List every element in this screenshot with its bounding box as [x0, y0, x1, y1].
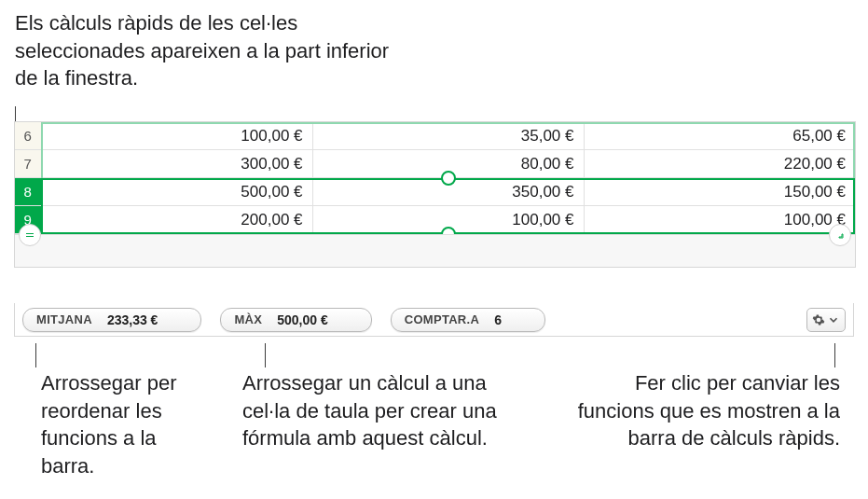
cell[interactable]: 35,00 €: [312, 122, 584, 150]
table-row[interactable]: 7300,00 €80,00 €220,00 €: [15, 150, 855, 178]
quick-calc-pill[interactable]: MITJANA233,33 €: [22, 308, 201, 332]
quick-calc-pill[interactable]: COMPTAR.A6: [391, 308, 545, 332]
table-area[interactable]: 6100,00 €35,00 €65,00 €7300,00 €80,00 €2…: [15, 122, 855, 234]
resize-handle-button[interactable]: [829, 224, 851, 246]
cell[interactable]: 80,00 €: [312, 150, 584, 178]
callout-drag-cell: Arrossegar un càlcul a una cel·la de tau…: [242, 369, 503, 452]
cell[interactable]: 500,00 €: [41, 178, 312, 206]
quick-calc-bar: MITJANA233,33 €MÀX500,00 €COMPTAR.A6: [14, 303, 854, 337]
gear-icon: [812, 313, 825, 326]
quick-calc-pill[interactable]: MÀX500,00 €: [220, 308, 371, 332]
callout-reorder: Arrossegar per reordenar les funcions a …: [41, 369, 209, 480]
cell[interactable]: 150,00 €: [584, 178, 855, 206]
cell[interactable]: 100,00 €: [584, 206, 855, 234]
cell[interactable]: 300,00 €: [41, 150, 312, 178]
table-row[interactable]: 8500,00 €350,00 €150,00 €: [15, 178, 855, 206]
quick-calc-value: 233,33 €: [107, 312, 158, 327]
table-row[interactable]: 9200,00 €100,00 €100,00 €: [15, 206, 855, 234]
spreadsheet-window: 6100,00 €35,00 €65,00 €7300,00 €80,00 €2…: [14, 121, 856, 268]
cell[interactable]: 65,00 €: [584, 122, 855, 150]
quick-calc-label: MÀX: [234, 312, 262, 326]
spreadsheet-table[interactable]: 6100,00 €35,00 €65,00 €7300,00 €80,00 €2…: [15, 122, 855, 234]
quick-calc-value: 500,00 €: [277, 312, 328, 327]
resize-corner-icon: [834, 229, 846, 241]
row-header[interactable]: 8: [15, 178, 41, 206]
leader-line: [15, 106, 16, 121]
row-header[interactable]: 6: [15, 122, 41, 150]
chevron-down-icon: [827, 313, 840, 326]
cell[interactable]: 350,00 €: [312, 178, 584, 206]
formula-button[interactable]: [19, 224, 41, 246]
quick-calc-value: 6: [494, 312, 502, 327]
callout-top: Els càlculs ràpids de les cel·les selecc…: [15, 9, 406, 92]
row-header[interactable]: 7: [15, 150, 41, 178]
quick-calc-label: MITJANA: [36, 312, 92, 326]
cell[interactable]: 200,00 €: [41, 206, 312, 234]
quick-calc-label: COMPTAR.A: [405, 312, 479, 326]
cell[interactable]: 100,00 €: [41, 122, 312, 150]
leader-line: [35, 343, 36, 367]
leader-line: [834, 343, 835, 367]
leader-line: [265, 343, 266, 367]
cell[interactable]: 100,00 €: [312, 206, 584, 234]
table-footer-strip: [15, 234, 855, 267]
equals-icon: [24, 229, 35, 241]
cell[interactable]: 220,00 €: [584, 150, 855, 178]
callout-gear: Fer clic per canviar les funcions que es…: [560, 369, 840, 452]
quick-calc-settings-button[interactable]: [806, 308, 846, 332]
table-row[interactable]: 6100,00 €35,00 €65,00 €: [15, 122, 855, 150]
